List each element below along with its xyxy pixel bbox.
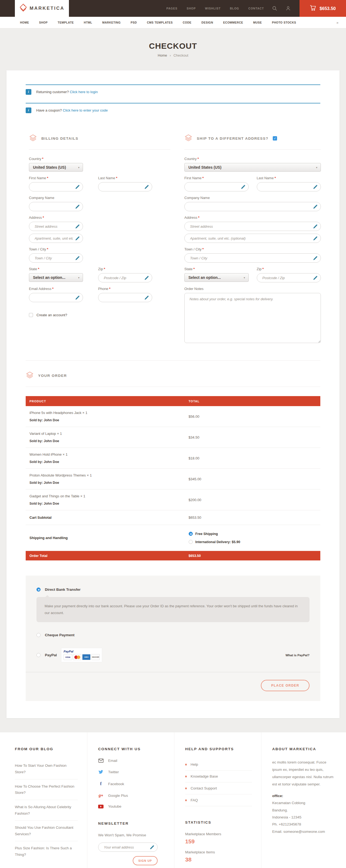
main-nav-home[interactable]: HOME (20, 21, 29, 24)
shipto-last-name-input[interactable] (262, 185, 312, 189)
international-delivery-label: International Delivery: $5.90 (196, 540, 240, 544)
billing-email-input[interactable] (34, 296, 73, 300)
order-notes-textarea[interactable] (184, 293, 321, 343)
top-nav-shop[interactable]: SHOP (187, 7, 196, 10)
main-nav-html[interactable]: HTML (84, 21, 92, 24)
town-label: Town / City* (29, 247, 170, 251)
coupon-notice: i Have a coupon? Click here to enter you… (26, 103, 320, 121)
chevron-down-icon: ▾ (316, 166, 317, 169)
main-nav-muse[interactable]: MUSE (253, 21, 262, 24)
order-table: PRODUCT TOTAL iPhone 5s with Headphones … (26, 396, 320, 560)
paypal-logo: PayPal (64, 650, 100, 653)
top-nav-contact[interactable]: CONTACT (248, 7, 264, 10)
main-nav-photo-stocks[interactable]: PHOTO STOCKS (272, 21, 296, 24)
main-nav-shop[interactable]: SHOP (39, 21, 48, 24)
youtube-link[interactable]: Youtube (108, 804, 122, 808)
billing-last-name-input[interactable] (103, 185, 143, 189)
billing-state-select[interactable]: Select an option... ▾ (29, 273, 83, 282)
ship-to-checkbox[interactable]: ✓ (273, 136, 277, 141)
footer-connect-column: CONNECT WITH US Email Twitter f Facebook… (87, 732, 174, 868)
newsletter-email-input[interactable] (103, 845, 148, 849)
logo[interactable]: MARKETICA (15, 0, 69, 17)
stat-label: Marketplace Items (185, 850, 252, 854)
notice-text: Returning customer? (36, 90, 69, 94)
nav-more-icon[interactable]: » (337, 21, 339, 25)
blog-post-link[interactable]: What is So Alluring About Celebrity Fash… (15, 800, 78, 820)
blog-post-link[interactable]: How To Choose The Perfect Fashion Store? (15, 779, 78, 800)
radio-direct-bank-transfer[interactable] (36, 588, 40, 592)
column-total: TOTAL (185, 400, 320, 403)
help-link[interactable]: Help (191, 763, 198, 767)
contact-support-link[interactable]: Contact Support (191, 786, 217, 790)
facebook-link[interactable]: Facebook (108, 782, 124, 786)
shipto-country-select[interactable]: United States (US) ▾ (184, 163, 321, 172)
main-nav-marketing[interactable]: MARKETING (102, 21, 120, 24)
main-nav-design[interactable]: DESIGN (201, 21, 213, 24)
google-plus-link[interactable]: Google Plus (108, 794, 128, 798)
top-nav-pages[interactable]: PAGES (167, 7, 178, 10)
google-plus-icon: g+ (98, 793, 104, 798)
shipto-zip-input[interactable] (262, 276, 312, 280)
pen-icon (313, 236, 318, 242)
top-nav: PAGES SHOP WISHLIST BLOG CONTACT (167, 7, 264, 10)
login-link[interactable]: Click here to login (70, 90, 98, 94)
radio-cheque-payment[interactable] (36, 633, 40, 637)
main-nav-template[interactable]: TEMPLATE (58, 21, 74, 24)
billing-address1-input[interactable] (34, 224, 73, 229)
billing-phone-input[interactable] (103, 296, 143, 300)
radio-paypal[interactable] (36, 653, 40, 657)
faq-link[interactable]: FAQ (191, 798, 198, 802)
what-is-paypal-link[interactable]: What is PayPal? (285, 654, 310, 657)
billing-country-select[interactable]: United States (US) ▾ (29, 163, 83, 172)
footer-blog-heading: FROM OUR BLOG (15, 747, 78, 751)
create-account-checkbox[interactable] (29, 313, 33, 317)
breadcrumb-home[interactable]: Home (158, 53, 167, 57)
blog-post-link[interactable]: Plus Size Fashion: Is There Such a Thing… (15, 841, 78, 862)
billing-first-name-input[interactable] (34, 185, 73, 189)
top-nav-blog[interactable]: BLOG (230, 7, 239, 10)
shipto-state-select[interactable]: Select an option... ▾ (184, 273, 249, 282)
table-row: Gadget and Things on the Table × 1 Sold … (26, 490, 320, 510)
shipto-address1-input[interactable] (189, 224, 311, 229)
coupon-link[interactable]: Click here to enter your code (63, 108, 108, 112)
sign-up-button[interactable]: SIGN UP (133, 856, 158, 865)
billing-company-input[interactable] (34, 205, 73, 209)
search-icon[interactable] (272, 6, 277, 11)
radio-international-delivery[interactable] (189, 540, 193, 544)
shipto-town-input[interactable] (189, 256, 311, 260)
info-icon: i (26, 89, 31, 95)
top-nav-wishlist[interactable]: WISHLIST (205, 7, 220, 10)
radio-free-shipping[interactable] (189, 532, 193, 536)
email-link[interactable]: Email (108, 758, 117, 763)
your-order-section-header: YOUR ORDER (26, 371, 320, 387)
notice-text: Have a coupon? (36, 108, 62, 112)
pen-icon (75, 185, 80, 190)
email-label: Email Address* (29, 287, 83, 291)
product-total: $34.50 (185, 427, 320, 447)
table-row: Women Hold iPhone × 1 Sold by: John Doe … (26, 448, 320, 469)
shipto-address2-input[interactable] (189, 236, 311, 241)
knowledge-base-link[interactable]: Knowladge Base (191, 774, 218, 778)
blog-post-link[interactable]: How To Start Your Own Fashion Store? (15, 758, 78, 779)
shipto-company-input[interactable] (189, 205, 311, 209)
pen-icon (313, 205, 318, 210)
billing-town-input[interactable] (34, 256, 73, 260)
main-nav-ecommerce[interactable]: ECOMMERCE (223, 21, 243, 24)
pen-icon (75, 224, 80, 230)
user-icon[interactable] (285, 6, 291, 11)
place-order-button[interactable]: PLACE ORDER (261, 680, 310, 691)
info-icon: i (26, 107, 31, 113)
twitter-link[interactable]: Twitter (108, 770, 119, 774)
main-nav-cms-templates[interactable]: CMS TEMPLATES (147, 21, 173, 24)
billing-zip-input[interactable] (103, 276, 143, 280)
footer-help-column: HELP AND SUPPORTS Help Knowladge Base Co… (174, 732, 261, 868)
cart-button[interactable]: $653.50 (300, 0, 346, 17)
layers-icon (26, 371, 34, 380)
main-nav-code[interactable]: CODE (183, 21, 192, 24)
email-icon (98, 758, 104, 763)
main-nav-psd[interactable]: PSD (131, 21, 137, 24)
cart-subtotal-value: $653.50 (185, 516, 320, 520)
blog-post-link[interactable]: Should You Use Fashion Consultant Servic… (15, 820, 78, 841)
billing-address2-input[interactable] (34, 236, 73, 241)
shipto-first-name-input[interactable] (189, 185, 239, 189)
